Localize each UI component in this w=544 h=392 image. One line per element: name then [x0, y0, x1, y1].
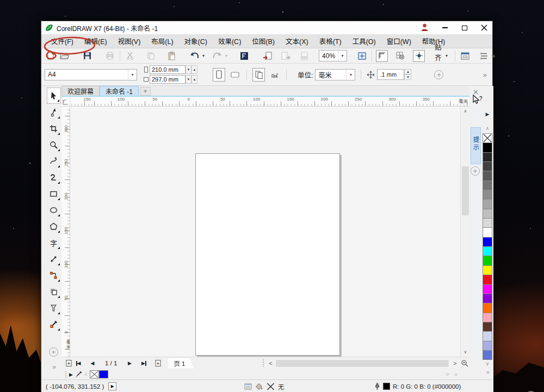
document-palette-flyout-button[interactable]: ▶	[69, 372, 73, 377]
horizontal-scrollbar-track[interactable]	[275, 359, 450, 368]
page-1-tab[interactable]: 页 1	[168, 358, 194, 369]
color-swatch[interactable]	[483, 265, 492, 275]
docker-collapse-button[interactable]: +	[471, 166, 480, 176]
page-height-spin-up[interactable]: ▲	[191, 75, 197, 84]
portrait-orientation-button[interactable]	[213, 68, 225, 82]
fullscreen-preview-button[interactable]	[356, 50, 368, 62]
color-swatch[interactable]	[483, 303, 492, 313]
color-swatch[interactable]	[483, 322, 492, 332]
first-page-button[interactable]: ◀	[73, 358, 83, 368]
palette-scroll-down-button[interactable]: ∨	[486, 361, 490, 366]
menu-item[interactable]: 布局(L)	[146, 34, 178, 48]
open-button[interactable]	[58, 50, 70, 62]
color-swatch[interactable]	[483, 142, 492, 152]
new-document-button[interactable]	[45, 50, 57, 62]
tool-freehand[interactable]	[47, 153, 61, 169]
tool-ellipse[interactable]	[47, 202, 61, 218]
scroll-right-button[interactable]: >	[451, 359, 459, 368]
tab-untitled-1[interactable]: 未命名 -1	[100, 86, 139, 96]
color-swatch[interactable]	[483, 246, 492, 256]
page-width-spin-down[interactable]: ▼	[186, 65, 191, 74]
document-palette-scroll-right[interactable]: >	[446, 371, 449, 377]
treat-as-filled-button[interactable]: +	[434, 70, 443, 79]
color-swatch[interactable]	[483, 350, 492, 360]
vertical-ruler[interactable]: 300250200150100500 毫米	[61, 107, 70, 357]
landscape-orientation-button[interactable]	[228, 68, 241, 82]
minimize-button[interactable]	[439, 22, 451, 33]
nudge-spin-down[interactable]: ▼	[404, 74, 411, 80]
page-size-combobox[interactable]: A4 ▾	[45, 69, 137, 80]
fill-bucket-icon[interactable]	[255, 383, 263, 390]
snap-settings-button[interactable]	[413, 50, 425, 62]
tool-pick[interactable]	[47, 88, 61, 104]
close-button[interactable]	[478, 22, 490, 33]
new-document-tab-button[interactable]: +	[140, 87, 151, 96]
show-grid-button[interactable]	[394, 50, 406, 62]
current-page-layers-button[interactable]	[268, 68, 281, 82]
toolbox-overflow-button[interactable]: »	[52, 363, 55, 371]
color-swatch[interactable]	[483, 294, 492, 303]
ruler-origin-corner[interactable]	[61, 97, 70, 107]
vertical-scrollbar[interactable]: ∧ ∨	[460, 107, 469, 357]
menu-item[interactable]: 文件(F)	[46, 34, 79, 48]
palette-flyout-button[interactable]: ▶	[486, 111, 490, 119]
menu-item[interactable]: 帮助(H)	[417, 34, 450, 48]
account-person-icon[interactable]	[421, 23, 428, 32]
menu-item[interactable]: 位图(B)	[246, 34, 280, 48]
document-palette-no-color[interactable]	[90, 370, 99, 378]
zoom-level-combobox[interactable]: 40% ▾	[319, 50, 347, 61]
undo-dropdown-arrow[interactable]: ▾	[202, 53, 205, 58]
menu-item[interactable]: 表格(T)	[314, 34, 347, 48]
zoom-dropdown-arrow[interactable]: ▾	[338, 51, 347, 61]
scroll-up-button[interactable]: ∧	[461, 107, 469, 115]
import-button[interactable]	[261, 50, 273, 62]
scroll-down-button[interactable]: ∨	[461, 348, 469, 356]
color-swatch[interactable]	[483, 218, 492, 228]
previous-page-button[interactable]: ◀	[88, 358, 97, 368]
redo-dropdown-arrow[interactable]: ▾	[225, 53, 227, 58]
next-page-button[interactable]: ▶	[125, 358, 134, 368]
snap-to-button[interactable]: 贴齐(T) ▾	[431, 50, 451, 62]
outline-pen-icon[interactable]	[374, 382, 380, 390]
redo-button[interactable]	[211, 50, 223, 62]
maximize-button[interactable]	[459, 22, 471, 33]
export-button[interactable]	[280, 50, 292, 62]
color-swatch[interactable]	[483, 275, 492, 284]
save-button[interactable]	[81, 50, 93, 62]
tool-crop[interactable]	[47, 120, 61, 136]
no-color-swatch[interactable]	[483, 133, 492, 143]
horizontal-scrollbar-thumb[interactable]	[276, 360, 449, 367]
color-swatch[interactable]	[483, 284, 492, 294]
page-width-field[interactable]: 210.0 mm	[150, 65, 186, 74]
menu-item[interactable]: 编辑(E)	[79, 34, 113, 48]
color-swatch[interactable]	[483, 181, 492, 190]
document-palette-color-swatch[interactable]	[99, 370, 108, 378]
tool-parallel-dimension[interactable]	[47, 251, 61, 267]
last-page-button[interactable]: ▶	[139, 358, 149, 368]
tool-connector[interactable]	[47, 267, 61, 283]
page-width-spin-up[interactable]: ▲	[191, 65, 197, 74]
tool-rectangle[interactable]	[47, 185, 61, 202]
tool-drop-shadow[interactable]	[47, 283, 61, 300]
scroll-left-button[interactable]: <	[267, 359, 275, 368]
color-swatch[interactable]	[483, 161, 492, 171]
options-button[interactable]	[459, 50, 471, 62]
title-bar[interactable]: CorelDRAW X7 (64-Bit) - 未命名 -1	[41, 21, 492, 34]
toolbar-overflow-button[interactable]: »	[491, 52, 494, 60]
print-button[interactable]	[104, 50, 116, 62]
page-height-spin-down[interactable]: ▼	[186, 75, 191, 84]
application-launcher-button[interactable]	[478, 50, 490, 62]
tool-color-eyedropper[interactable]	[47, 316, 61, 332]
color-swatch[interactable]	[483, 190, 492, 200]
tool-shape[interactable]	[47, 104, 61, 120]
palette-scroll-up-button[interactable]: ∧	[486, 126, 490, 132]
undo-button[interactable]	[188, 50, 200, 62]
palette-eyedropper-icon[interactable]	[75, 371, 83, 378]
drawing-canvas[interactable]	[70, 107, 460, 357]
add-page-after-button[interactable]	[153, 358, 163, 368]
object-properties-icon[interactable]	[244, 383, 252, 390]
tool-polygon[interactable]	[47, 218, 61, 234]
page-height-field[interactable]: 297.0 mm	[150, 75, 186, 84]
menu-item[interactable]: 对象(C)	[179, 34, 213, 48]
scrollbar-grip[interactable]	[263, 359, 264, 367]
